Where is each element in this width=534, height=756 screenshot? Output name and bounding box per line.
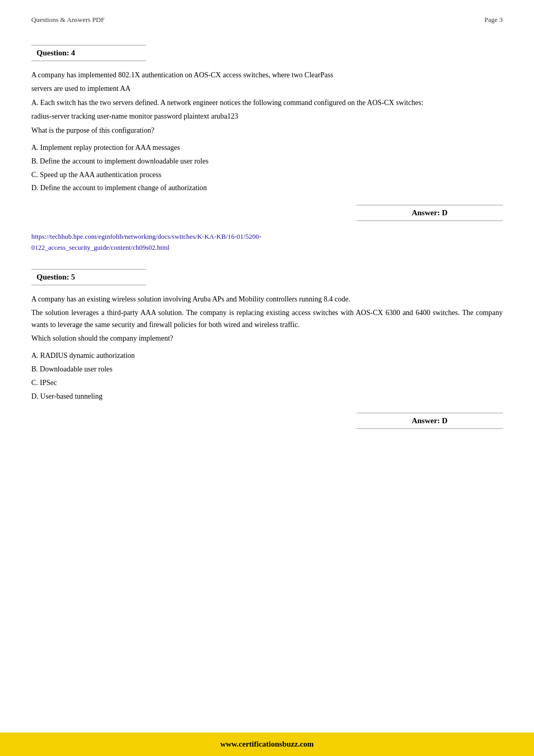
question-4-answer: Answer: D bbox=[412, 208, 448, 217]
q5-option-c: C. IPSec bbox=[31, 377, 503, 389]
reference-link[interactable]: https://techhub.hpe.com/eginfolib/networ… bbox=[31, 231, 503, 253]
header-right: Page 3 bbox=[484, 16, 503, 24]
question-4-answer-inner: Answer: D bbox=[357, 205, 503, 221]
question-5-answer: Answer: D bbox=[412, 416, 448, 425]
question-4-block: Question: 4 A company has implemented 80… bbox=[31, 45, 503, 253]
question-4-body: A company has implemented 802.1X authent… bbox=[31, 69, 503, 136]
question-5-answer-inner: Answer: D bbox=[357, 413, 503, 429]
question-4-options: A. Implement replay protection for AAA m… bbox=[31, 142, 503, 194]
question-5-block: Question: 5 A company has an existing wi… bbox=[31, 269, 503, 429]
page-footer: www.certificationsbuzz.com bbox=[0, 732, 534, 756]
q4-option-b: B. Define the account to implement downl… bbox=[31, 155, 503, 168]
page-header: Questions & Answers PDF Page 3 bbox=[31, 16, 503, 24]
question-4-title: Question: 4 bbox=[37, 49, 75, 57]
page-container: Questions & Answers PDF Page 3 Question:… bbox=[0, 0, 534, 756]
q5-option-b: B. Downloadable user roles bbox=[31, 363, 503, 376]
question-4-title-box: Question: 4 bbox=[31, 45, 146, 61]
q4-body-line-1: A company has implemented 802.1X authent… bbox=[31, 69, 503, 81]
question-5-body: A company has an existing wireless solut… bbox=[31, 294, 503, 345]
question-4-answer-box: Answer: D bbox=[31, 205, 503, 221]
q4-option-a: A. Implement replay protection for AAA m… bbox=[31, 142, 503, 154]
q4-body-line-4: radius-server tracking user-name monitor… bbox=[31, 111, 503, 122]
q4-body-line-3: A. Each switch has the two servers defin… bbox=[31, 97, 503, 109]
question-5-answer-box: Answer: D bbox=[31, 413, 503, 429]
q5-body-line-2: The solution leverages a third-party AAA… bbox=[31, 307, 503, 331]
q5-body-line-3: Which solution should the company implem… bbox=[31, 333, 503, 344]
header-left: Questions & Answers PDF bbox=[31, 16, 105, 24]
q5-option-a: A. RADIUS dynamic authorization bbox=[31, 350, 503, 362]
q4-option-d: D. Define the account to implement chang… bbox=[31, 182, 503, 194]
q5-option-d: D. User-based tunneling bbox=[31, 390, 503, 403]
reference-block: https://techhub.hpe.com/eginfolib/networ… bbox=[31, 231, 503, 253]
question-5-options: A. RADIUS dynamic authorization B. Downl… bbox=[31, 350, 503, 402]
q4-body-line-5: What is the purpose of this configuratio… bbox=[31, 125, 503, 136]
question-5-title: Question: 5 bbox=[37, 273, 75, 281]
question-5-title-box: Question: 5 bbox=[31, 269, 146, 285]
q4-option-c: C. Speed up the AAA authentication proce… bbox=[31, 169, 503, 181]
q5-body-line-1: A company has an existing wireless solut… bbox=[31, 294, 503, 305]
q4-body-line-2: servers are used to implement AA bbox=[31, 83, 503, 95]
footer-text: www.certificationsbuzz.com bbox=[220, 740, 314, 748]
